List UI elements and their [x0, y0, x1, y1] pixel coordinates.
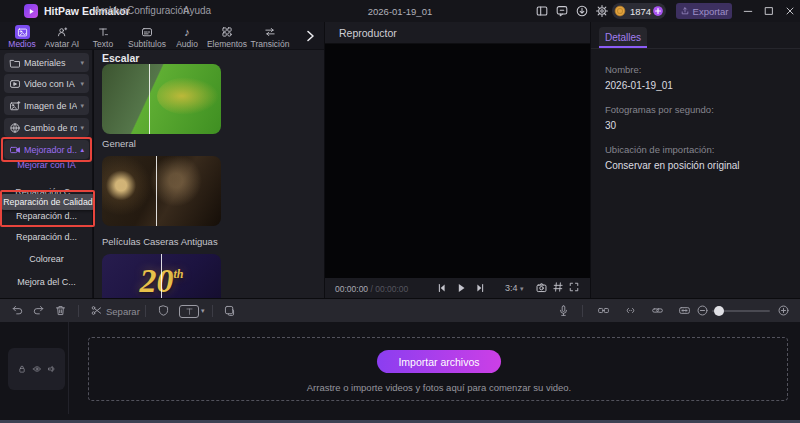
credits-count: 1874 [630, 6, 651, 17]
download-icon[interactable] [575, 4, 589, 18]
caret-down-icon: ▾ [520, 285, 524, 292]
track-link-icon[interactable] [597, 304, 610, 317]
aspect-ratio-selector[interactable]: 3:4 ▾ [505, 283, 524, 293]
avatar-person-icon [55, 25, 70, 39]
field-label-ubicacion: Ubicación de importación: [605, 144, 714, 155]
mute-track-speaker-icon[interactable] [47, 364, 57, 374]
window-minimize-button[interactable] [742, 5, 754, 17]
sidebar-item-materiales[interactable]: Materiales ▾ [4, 53, 89, 72]
player-controls: 00:00:00 / 00:00:00 3:4 ▾ [325, 278, 590, 298]
sidebar-subitem-colorear[interactable]: Colorear [0, 254, 93, 264]
player-title: Reproductor [339, 27, 397, 39]
import-files-button[interactable]: Importar archivos [377, 350, 501, 373]
thumbnail-caption: Películas Caseras Antiguas [102, 236, 218, 247]
next-frame-button[interactable] [473, 281, 487, 295]
track-header-divider [68, 322, 69, 414]
caret-down-icon: ▾ [80, 80, 84, 88]
grid-overlay-icon[interactable] [552, 281, 566, 295]
video-ai-icon [9, 78, 21, 90]
lock-track-icon[interactable] [17, 364, 27, 374]
snapshot-camera-icon[interactable] [535, 281, 549, 295]
magnet-snap-icon[interactable] [624, 304, 637, 317]
undo-icon[interactable] [11, 304, 24, 317]
library-thumbnail-peliculas[interactable] [102, 156, 221, 226]
auto-fit-timeline-icon[interactable] [678, 304, 691, 317]
credits-badge: 1874 [612, 3, 666, 19]
redo-icon[interactable] [32, 304, 45, 317]
text-tool-caret-down-icon[interactable]: ▾ [201, 307, 205, 315]
layout-panels-icon[interactable] [535, 4, 549, 18]
mask-shield-icon[interactable] [157, 304, 170, 317]
text-tool-icon[interactable] [179, 305, 199, 318]
window-maximize-button[interactable] [763, 5, 775, 17]
microphone-record-icon[interactable] [557, 304, 570, 317]
divider [212, 305, 213, 317]
feedback-message-icon[interactable] [555, 4, 569, 18]
sidebar-subitem-mejora-del-c[interactable]: Mejora del C... [0, 277, 93, 287]
media-tabbar: Medios Avatar AI Texto Subtítulos ♪ Audi… [0, 22, 324, 50]
fullscreen-icon[interactable] [568, 281, 582, 295]
tab-avatar-ai[interactable]: Avatar AI [40, 22, 84, 50]
details-panel: Detalles Nombre: 2026-01-19_01 Fotograma… [591, 22, 800, 298]
sidebar-subitem-reparacion-2[interactable]: Reparación d... [0, 232, 93, 242]
library-panel: Escalar General Películas Caseras Antigu… [94, 50, 324, 298]
duplicate-copy-icon[interactable] [223, 304, 236, 317]
sidebar: Materiales ▾ Video con IA ▾ Imagen de IA… [0, 50, 93, 298]
player-panel: Reproductor 00:00:00 / 00:00:00 3:4 ▾ [325, 22, 590, 298]
zoom-in-icon[interactable] [777, 304, 790, 317]
drop-zone-hint: Arrastre o importe videos y fotos aquí p… [89, 382, 789, 393]
project-title: 2026-01-19_01 [340, 6, 460, 17]
zoom-out-icon[interactable] [696, 304, 709, 317]
captions-icon [140, 25, 155, 39]
hide-track-eye-icon[interactable] [32, 364, 42, 374]
elements-grid-icon [220, 25, 235, 39]
library-thumbnail-general[interactable] [102, 64, 221, 134]
tabs-overflow-chevron-right-icon[interactable] [302, 28, 318, 44]
chain-link-icon[interactable] [651, 304, 664, 317]
sidebar-item-video-con-ia[interactable]: Video con IA ▾ [4, 74, 89, 93]
delete-trash-icon[interactable] [54, 304, 67, 317]
menu-ayuda[interactable]: Ayuda [183, 5, 211, 16]
before-after-divider [156, 156, 157, 226]
timeline-area: Importar archivos Arrastre o importe vid… [0, 322, 800, 423]
caret-up-icon: ▴ [80, 146, 84, 154]
window-close-button[interactable] [784, 5, 796, 17]
field-value-nombre: 2026-01-19_01 [605, 80, 673, 91]
timeline-zoom-slider-knob[interactable] [714, 306, 724, 316]
tab-detalles[interactable]: Detalles [599, 27, 647, 48]
library-thumbnail-20th[interactable]: 20th [102, 254, 221, 298]
before-after-divider [149, 64, 150, 134]
sidebar-item-cambio-de-rostro[interactable]: Cambio de ro... ▾ [4, 118, 89, 137]
sidebar-subitem-reparacion-1[interactable]: Reparación d... [0, 211, 93, 221]
music-note-icon: ♪ [180, 25, 195, 39]
divider [145, 305, 146, 317]
sidebar-subitem-reparacion-covered[interactable]: Reparación C... [0, 186, 93, 194]
split-scissors-icon[interactable] [90, 304, 103, 317]
menu-archivo[interactable]: Archivo [94, 5, 127, 16]
tab-medios[interactable]: Medios [0, 22, 44, 50]
tab-texto[interactable]: Texto [81, 22, 125, 50]
sidebar-subitem-mejorar-con-ia[interactable]: Mejorar con IA [0, 160, 93, 170]
previous-frame-button[interactable] [435, 281, 449, 295]
player-timecode: 00:00:00 / 00:00:00 [335, 284, 408, 294]
add-credits-button[interactable] [652, 5, 664, 17]
media-drop-zone[interactable]: Importar archivos Arrastre o importe vid… [88, 337, 788, 401]
tab-transicion[interactable]: Transición [244, 22, 296, 50]
face-swap-icon [9, 122, 21, 134]
settings-gear-icon[interactable] [595, 4, 609, 18]
thumbnail-caption: General [102, 138, 136, 149]
sidebar-item-mejorador[interactable]: Mejorador d... ▴ [4, 140, 89, 159]
transition-arrows-icon [263, 25, 278, 39]
thumbnail-image [157, 77, 219, 116]
export-button[interactable]: Exportar [676, 3, 732, 19]
divider [582, 305, 583, 317]
split-label[interactable]: Separar [106, 306, 140, 317]
enhancer-camera-icon [9, 144, 21, 156]
sidebar-item-imagen-de-ia[interactable]: Imagen de IA ▾ [4, 96, 89, 115]
app-logo-icon [24, 4, 38, 18]
media-image-icon [15, 25, 30, 39]
tooltip-reparacion-de-calidad: Reparación de Calidad [1, 194, 95, 210]
play-button[interactable] [454, 281, 468, 295]
field-label-nombre: Nombre: [605, 64, 641, 75]
menu-configuracion[interactable]: Configuración [127, 5, 189, 16]
